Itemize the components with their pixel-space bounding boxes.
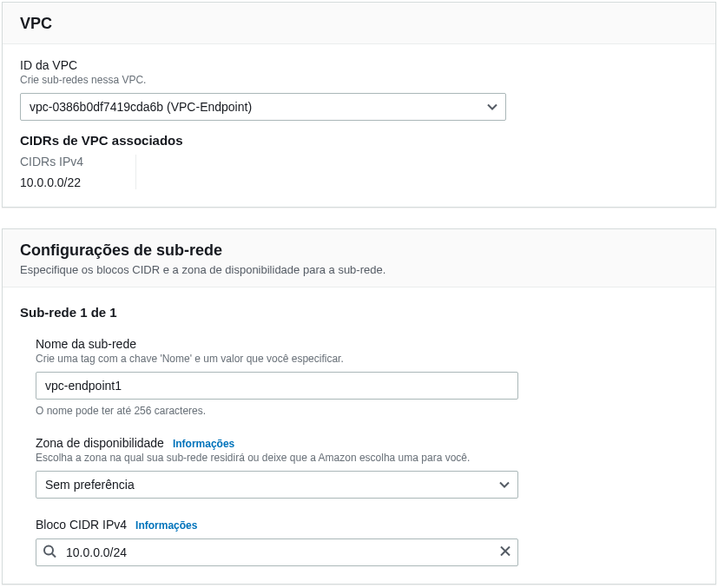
subnet-name-group: Nome da sub-rede Crie uma tag com a chav… xyxy=(36,337,698,417)
svg-point-0 xyxy=(44,546,53,555)
cidr-label: Bloco CIDR IPv4 xyxy=(36,518,127,532)
search-icon xyxy=(43,545,56,561)
vpc-panel: VPC ID da VPC Crie sub-redes nessa VPC. … xyxy=(2,2,716,208)
cidr-ipv4-label: CIDRs IPv4 xyxy=(20,155,83,168)
subnet-form: Nome da sub-rede Crie uma tag com a chav… xyxy=(20,337,698,566)
svg-line-1 xyxy=(52,554,56,558)
subnet-count-heading: Sub-rede 1 de 1 xyxy=(20,305,698,320)
cidr-ipv4-col: CIDRs IPv4 10.0.0.0/22 xyxy=(20,155,136,189)
subnet-name-label: Nome da sub-rede xyxy=(36,337,698,351)
vpc-panel-title: VPC xyxy=(20,15,698,33)
subnet-name-help: Crie uma tag com a chave 'Nome' e um val… xyxy=(36,353,698,365)
vpc-id-help: Crie sub-redes nessa VPC. xyxy=(20,74,698,86)
cidr-row: CIDRs IPv4 10.0.0.0/22 xyxy=(20,155,698,189)
vpc-id-label: ID da VPC xyxy=(20,58,698,72)
cidr-info-link[interactable]: Informações xyxy=(135,519,197,532)
assoc-cidrs-title: CIDRs de VPC associados xyxy=(20,133,698,148)
cidr-group: Bloco CIDR IPv4 Informações xyxy=(36,518,698,566)
subnet-panel-title: Configurações de sub-rede xyxy=(20,241,698,260)
subnet-panel-subtitle: Especifique os blocos CIDR e a zona de d… xyxy=(20,263,698,276)
vpc-panel-body: ID da VPC Crie sub-redes nessa VPC. vpc-… xyxy=(3,44,715,207)
subnet-panel-header: Configurações de sub-rede Especifique os… xyxy=(3,229,715,287)
vpc-panel-header: VPC xyxy=(3,3,715,44)
vpc-id-select[interactable]: vpc-0386b0df7419cda6b (VPC-Endpoint) xyxy=(20,93,506,121)
subnet-name-note: O nome pode ter até 256 caracteres. xyxy=(36,405,698,417)
close-icon[interactable] xyxy=(499,545,511,560)
az-info-link[interactable]: Informações xyxy=(173,438,234,450)
subnet-name-input[interactable] xyxy=(36,372,518,400)
subnet-panel: Configurações de sub-rede Especifique os… xyxy=(2,228,716,585)
cidr-ipv4-value: 10.0.0.0/22 xyxy=(20,175,83,189)
cidr-input[interactable] xyxy=(36,538,518,566)
subnet-panel-body: Sub-rede 1 de 1 Nome da sub-rede Crie um… xyxy=(3,287,715,584)
az-group: Zona de disponibilidade Informações Esco… xyxy=(36,436,698,499)
az-help: Escolha a zona na qual sua sub-rede resi… xyxy=(36,452,698,464)
vpc-id-select-value: vpc-0386b0df7419cda6b (VPC-Endpoint) xyxy=(20,93,506,121)
az-label: Zona de disponibilidade xyxy=(36,436,164,450)
az-select[interactable]: Sem preferência xyxy=(36,471,518,499)
cidr-input-wrap xyxy=(36,538,518,566)
az-select-value: Sem preferência xyxy=(36,471,518,499)
